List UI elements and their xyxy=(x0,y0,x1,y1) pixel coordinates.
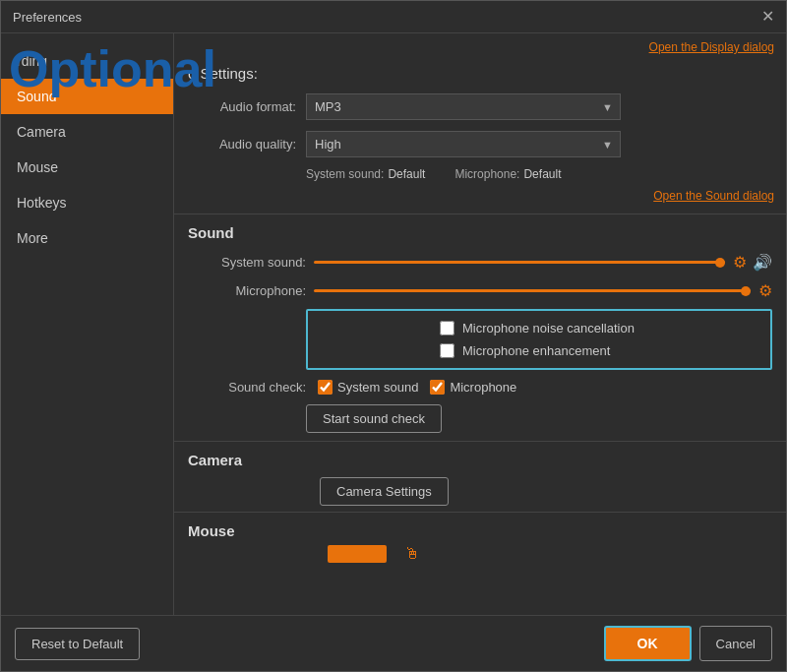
microphone-slider[interactable] xyxy=(314,289,751,292)
open-display-dialog-link[interactable]: Open the Display dialog xyxy=(649,40,774,54)
sound-section-title: Sound xyxy=(188,224,234,241)
system-sound-check-item: System sound xyxy=(318,380,418,395)
audio-format-label: Audio format: xyxy=(188,99,306,114)
audio-format-select-wrapper: MP3 WAV AAC FLAC xyxy=(306,93,621,120)
mouse-slider-row: 🖱 xyxy=(188,540,772,568)
camera-settings-button[interactable]: Camera Settings xyxy=(320,477,449,506)
sidebar-item-more[interactable]: More xyxy=(1,220,173,256)
microphone-thumb xyxy=(741,286,751,296)
noise-cancellation-label: Microphone noise cancellation xyxy=(462,321,635,336)
audio-quality-row: Audio quality: High Medium Low xyxy=(174,127,786,161)
dialog-title: Preferences xyxy=(13,10,82,25)
audio-format-row: Audio format: MP3 WAV AAC FLAC xyxy=(174,90,786,124)
noise-cancellation-row: Microphone noise cancellation xyxy=(440,317,757,339)
sidebar-item-sound[interactable]: Sound xyxy=(1,79,173,114)
settings-header: o Settings: xyxy=(174,59,786,90)
noise-cancellation-checkbox[interactable] xyxy=(440,321,454,336)
main-content: Open the Display dialog o Settings: Audi… xyxy=(173,33,786,615)
system-sound-slider-label: System sound: xyxy=(188,255,306,270)
start-sound-check-button[interactable]: Start sound check xyxy=(306,404,442,433)
microphone-status: Microphone: Default xyxy=(454,167,561,181)
microphone-checkbox-group: Microphone noise cancellation Microphone… xyxy=(306,309,772,370)
microphone-status-label: Microphone: xyxy=(454,167,519,181)
enhancement-checkbox[interactable] xyxy=(440,343,454,358)
microphone-status-value: Default xyxy=(523,167,561,181)
audio-quality-select[interactable]: High Medium Low xyxy=(306,131,621,157)
footer: Reset to Default OK Cancel xyxy=(1,615,786,671)
enhancement-label: Microphone enhancement xyxy=(462,343,610,358)
microphone-check-checkbox[interactable] xyxy=(430,380,445,395)
microphone-icons: ⚙ xyxy=(758,281,772,300)
sound-dialog-link-area: Open the Sound dialog xyxy=(174,184,786,210)
system-sound-thumb xyxy=(715,258,725,268)
sidebar-item-recording[interactable]: rding xyxy=(1,43,173,79)
microphone-slider-label: Microphone: xyxy=(188,283,306,298)
mouse-section-title: Mouse xyxy=(188,522,235,539)
ok-button[interactable]: OK xyxy=(604,626,692,661)
sound-check-label: Sound check: xyxy=(188,380,306,395)
settings-title: o Settings: xyxy=(188,65,772,82)
dialog-body: Optional rding Sound Camera Mouse Hotkey… xyxy=(1,33,786,615)
system-sound-volume-icon: 🔊 xyxy=(753,253,772,272)
mouse-icon: 🖱 xyxy=(404,545,420,563)
mouse-section: Mouse 🖱 xyxy=(174,512,786,574)
footer-right: OK Cancel xyxy=(604,626,772,661)
sound-check-row: Sound check: System sound Microphone xyxy=(174,374,786,400)
preferences-dialog: Preferences ✕ Optional rding Sound Camer… xyxy=(0,0,787,672)
system-sound-slider-row: System sound: ⚙ 🔊 xyxy=(174,248,786,276)
microphone-slider-row: Microphone: ⚙ xyxy=(174,276,786,305)
top-link-area: Open the Display dialog xyxy=(174,33,786,59)
audio-quality-select-wrapper: High Medium Low xyxy=(306,131,621,157)
system-sound-icons: ⚙ 🔊 xyxy=(733,253,772,272)
microphone-check-label: Microphone xyxy=(450,380,516,395)
cancel-button[interactable]: Cancel xyxy=(699,626,772,661)
reset-to-default-button[interactable]: Reset to Default xyxy=(15,628,140,660)
microphone-gear-icon[interactable]: ⚙ xyxy=(758,281,772,300)
system-sound-check-label: System sound xyxy=(337,380,418,395)
enhancement-row: Microphone enhancement xyxy=(440,339,757,362)
audio-status-row: System sound: Default Microphone: Defaul… xyxy=(174,164,786,184)
system-sound-status-value: Default xyxy=(388,167,425,181)
system-sound-status-label: System sound: xyxy=(306,167,384,181)
sound-section: Sound xyxy=(174,214,786,248)
system-sound-gear-icon[interactable]: ⚙ xyxy=(733,253,747,272)
close-button[interactable]: ✕ xyxy=(761,9,774,25)
sidebar: Optional rding Sound Camera Mouse Hotkey… xyxy=(1,33,173,615)
open-sound-dialog-link[interactable]: Open the Sound dialog xyxy=(653,189,774,203)
audio-format-select[interactable]: MP3 WAV AAC FLAC xyxy=(306,93,621,120)
system-sound-status: System sound: Default xyxy=(306,167,425,181)
camera-section: Camera Camera Settings xyxy=(174,441,786,512)
mouse-color-indicator xyxy=(328,545,387,563)
audio-quality-label: Audio quality: xyxy=(188,137,306,152)
system-sound-slider[interactable] xyxy=(314,261,725,264)
camera-section-title: Camera xyxy=(188,452,242,468)
sidebar-item-mouse[interactable]: Mouse xyxy=(1,150,173,185)
system-sound-check-checkbox[interactable] xyxy=(318,380,333,395)
sidebar-item-hotkeys[interactable]: Hotkeys xyxy=(1,185,173,220)
microphone-check-item: Microphone xyxy=(430,380,516,395)
sidebar-item-camera[interactable]: Camera xyxy=(1,114,173,150)
title-bar: Preferences ✕ xyxy=(1,1,786,33)
